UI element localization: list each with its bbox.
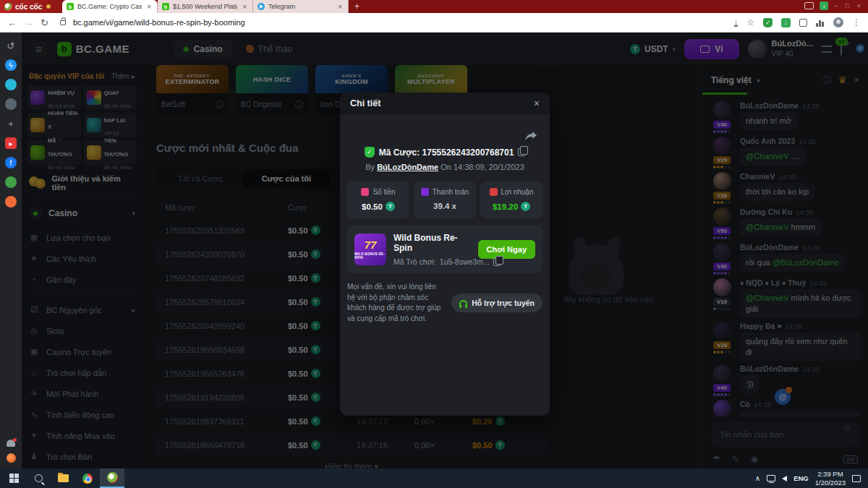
taskbar: ∧ ENG 2:39 PM1/20/2023 [0, 468, 868, 488]
coccoc-taskbar-icon[interactable] [100, 468, 124, 488]
tab-close-icon[interactable]: × [336, 3, 344, 11]
tab-title: BC.Game: Crypto Casino Gam [77, 3, 142, 10]
bookmark-star-icon[interactable]: ☆ [746, 17, 754, 27]
stat-value: $0.50 T [347, 202, 409, 211]
facebook-icon[interactable]: f [5, 157, 17, 168]
language-indicator[interactable]: ENG [793, 474, 809, 482]
tab-close-icon[interactable]: × [145, 3, 153, 11]
telegram-favicon [258, 3, 265, 10]
game-code-row: Mã Trò chơi: 1u5-8swe3m... [393, 257, 471, 266]
taskbar-clock[interactable]: 2:39 PM1/20/2023 [815, 470, 846, 487]
start-button[interactable] [1, 468, 26, 488]
media-download-icon[interactable]: ↓ [781, 18, 791, 27]
stat-label: Số tiền [373, 188, 395, 196]
bet-id: Mã Cược: 1755526243200768701 [379, 147, 514, 158]
bcgame-favicon: b [162, 3, 169, 10]
notification-bell-icon[interactable] [7, 440, 15, 447]
modal-title: Chi tiết [350, 98, 534, 108]
action-center-icon[interactable] [852, 475, 861, 482]
bet-author-row: By BúLozDònDame On 14:38:09, 20/1/2023 [347, 163, 542, 171]
messenger-icon[interactable]: ϟ [5, 59, 17, 71]
workspace: ↺ϟ+▸f ≡ b BC.GAME ◆ Casino [0, 33, 868, 468]
modal-close-icon[interactable]: × [534, 98, 540, 109]
volume-icon[interactable] [782, 476, 787, 481]
support-row: Mọi vấn đề, xin vui lòng liên hệ với bộ … [347, 282, 542, 324]
video-download-icon[interactable]: ↓ [820, 1, 828, 10]
file-explorer-icon[interactable] [51, 468, 75, 488]
safe-browsing-shield-icon[interactable]: ✓ [763, 18, 773, 27]
network-icon[interactable] [767, 475, 775, 481]
share-icon[interactable] [525, 132, 537, 141]
extensions-icon[interactable] [799, 19, 807, 27]
payout-icon [421, 188, 429, 196]
tether-icon: T [521, 202, 530, 211]
stat-box: Lợi nhuận $19.20 T [480, 181, 542, 218]
stat-value: 39.4 x [414, 202, 476, 210]
youtube-icon[interactable]: ▸ [5, 137, 17, 149]
forward-button[interactable]: → [24, 17, 33, 28]
tab-title: $1,500 Weekend Platipus Mu [173, 3, 237, 10]
cast-icon[interactable] [804, 2, 814, 9]
browser-tab[interactable]: Telegram × [253, 0, 349, 13]
browser-tab[interactable]: b BC.Game: Crypto Casino Gam × [62, 0, 158, 13]
headset-icon [459, 300, 467, 306]
tab-close-icon[interactable]: × [241, 3, 248, 11]
back-button[interactable]: ← [7, 17, 17, 28]
amount-icon [361, 188, 369, 196]
bet-datetime: 14:38:09, 20/1/2023 [454, 163, 524, 171]
tab-strip-right: ↓ – □ × [804, 1, 864, 10]
tab-title: Telegram [268, 3, 333, 10]
tab-strip-tabs: b BC.Game: Crypto Casino Gam ×b $1,500 W… [62, 0, 349, 13]
game-name: Wild Bonus Re-Spin [393, 233, 471, 253]
stats-icon[interactable] [816, 19, 825, 27]
browser-tab[interactable]: b $1,500 Weekend Platipus Mu × [158, 0, 253, 13]
bcgame-favicon: b [67, 3, 74, 10]
bcgame-site: ≡ b BC.GAME ◆ Casino Thể thao [22, 33, 868, 468]
update-icon[interactable] [7, 453, 16, 463]
zalo-icon[interactable] [5, 79, 17, 90]
browser-sidebar: ↺ϟ+▸f [0, 33, 22, 468]
window-controls[interactable]: – □ × [834, 2, 864, 9]
history-icon[interactable]: ↺ [5, 40, 17, 51]
verified-shield-icon[interactable]: ✓ [365, 147, 375, 158]
pinned-app-orange-icon[interactable] [5, 196, 17, 207]
game-card: 77 WILD BONUS RE-SPIN Wild Bonus Re-Spin… [347, 226, 542, 273]
browser-chrome: cốc cốc b BC.Game: Crypto Casino Gam ×b … [0, 0, 868, 33]
tab-strip: cốc cốc b BC.Game: Crypto Casino Gam ×b … [0, 0, 868, 13]
new-tab-button[interactable]: + [349, 0, 365, 13]
coccoc-brand[interactable]: cốc cốc [0, 0, 62, 13]
modal-header: Chi tiết × [340, 93, 550, 114]
support-text: Mọi vấn đề, xin vui lòng liên hệ với bộ … [347, 282, 446, 324]
stat-label: Thanh toán [433, 188, 469, 196]
stat-box: Thanh toán 39.4 x [414, 181, 476, 218]
pinned-app-green-icon[interactable] [5, 176, 17, 188]
taskbar-search-icon[interactable] [26, 468, 51, 488]
downloads-icon[interactable]: ↓ [734, 18, 739, 27]
share-row [347, 121, 542, 145]
modal-body: ✓ Mã Cược: 1755526243200768701 By BúLozD… [340, 114, 550, 324]
screen: cốc cốc b BC.Game: Crypto Casino Gam ×b … [0, 0, 868, 488]
copy-icon[interactable] [493, 258, 501, 266]
reload-button[interactable]: ↻ [41, 17, 48, 28]
browser-menu-icon[interactable]: ⋮ [852, 17, 861, 27]
play-now-button[interactable]: Chơi Ngay [478, 240, 536, 259]
system-tray: ∧ ENG 2:39 PM1/20/2023 [755, 470, 867, 487]
live-support-button[interactable]: Hỗ trợ trực tuyến [451, 294, 542, 312]
pinned-app-icon[interactable] [5, 98, 17, 110]
bet-details-modal: Chi tiết × ✓ Mã Cược: 175552624320076870… [340, 93, 550, 416]
copy-icon[interactable] [518, 148, 525, 156]
game-thumbnail[interactable]: 77 WILD BONUS RE-SPIN [354, 234, 386, 265]
address-url[interactable]: bc.game/vi/game/wild-bonus-re-spin-by-bo… [73, 18, 727, 27]
chrome-icon[interactable] [75, 468, 100, 488]
bet-stats: Số tiền $0.50 T Thanh toán 39.4 x Lợi nh… [347, 181, 542, 218]
stat-value: $19.20 T [480, 202, 542, 211]
add-shortcut-icon[interactable]: + [5, 118, 17, 129]
lock-icon[interactable] [60, 20, 66, 25]
profit-icon [490, 188, 498, 196]
bet-author-link[interactable]: BúLozDònDame [377, 163, 438, 171]
tray-expand-icon[interactable]: ∧ [755, 474, 760, 482]
stat-label: Lợi nhuận [501, 188, 534, 196]
game-info: Wild Bonus Re-Spin Mã Trò chơi: 1u5-8swe… [393, 233, 471, 266]
coccoc-brand-label: cốc cốc [15, 3, 42, 11]
browser-profile-avatar[interactable] [833, 17, 843, 27]
